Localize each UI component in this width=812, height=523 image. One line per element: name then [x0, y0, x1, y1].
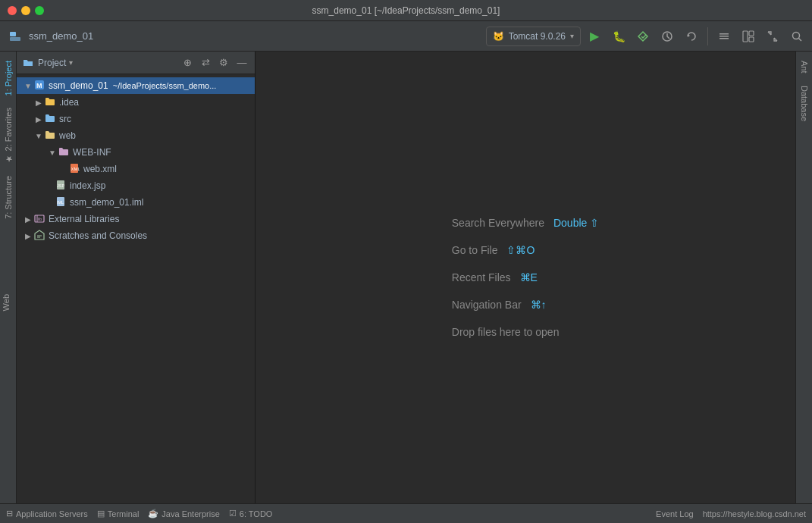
window-title: ssm_demo_01 [~/IdeaProjects/ssm_demo_01]: [312, 5, 500, 16]
debug-button[interactable]: 🐛: [608, 26, 629, 47]
app-servers-icon: ⊟: [6, 509, 13, 518]
bottom-url: https://hestyle.blog.csdn.net: [703, 509, 806, 518]
run-config-selector[interactable]: 🐱 Tomcat 9.0.26 ▾: [486, 27, 581, 46]
window-controls[interactable]: [8, 6, 44, 15]
run-config-label: Tomcat 9.0.26: [509, 31, 566, 42]
java-enterprise-icon: ☕: [148, 509, 158, 518]
svg-rect-0: [10, 32, 16, 36]
tree-item-web[interactable]: ▼ web: [17, 127, 255, 144]
maximize-button[interactable]: [35, 6, 44, 15]
hint-goto-shortcut: ⇧⌘O: [506, 244, 535, 256]
web-folder-icon: [44, 130, 56, 142]
project-folder-icon: [23, 58, 33, 68]
tree-item-root[interactable]: ▼ M ssm_demo_01 ~/IdeaProjects/ssm_demo.…: [17, 77, 255, 94]
main-layout: 1: Project ★ 2: Favorites 7: Structure W…: [0, 52, 812, 503]
scroll-to-icon[interactable]: ⇄: [199, 56, 212, 70]
webxml-label: web.xml: [83, 164, 117, 174]
bottom-app-servers[interactable]: ⊟ Application Servers: [6, 509, 88, 518]
tree-arrow-web: ▼: [33, 132, 44, 140]
coverage-button[interactable]: [632, 26, 654, 47]
more-button[interactable]: [713, 26, 735, 47]
svg-rect-5: [720, 36, 729, 37]
tree-item-indexjsp[interactable]: JSP index.jsp: [17, 177, 255, 194]
chevron-down-icon: ▾: [570, 32, 574, 40]
iml-icon: IML: [55, 196, 67, 209]
hint-nav-shortcut: ⌘↑: [531, 299, 547, 311]
web-label: web: [59, 130, 76, 141]
sidebar-item-favorites[interactable]: ★ 2: Favorites: [2, 102, 14, 170]
module-icon: M: [33, 80, 45, 92]
sidebar-item-structure[interactable]: 7: Structure: [2, 170, 14, 225]
bottom-terminal[interactable]: ▤ Terminal: [97, 509, 140, 518]
add-icon[interactable]: ⊕: [180, 56, 194, 70]
svg-line-11: [799, 38, 802, 41]
hint-goto-label: Go to File: [452, 244, 498, 256]
tree-arrow-webinf: ▼: [47, 149, 58, 157]
scratches-label: Scratches and Consoles: [49, 230, 147, 241]
svg-text:M: M: [36, 82, 42, 89]
iml-label: ssm_demo_01.iml: [70, 197, 143, 208]
run-button[interactable]: ▶: [584, 26, 605, 47]
tree-item-src[interactable]: ▶ src: [17, 111, 255, 127]
left-tab-strip: 1: Project ★ 2: Favorites 7: Structure W…: [0, 52, 17, 503]
file-tree: ▼ M ssm_demo_01 ~/IdeaProjects/ssm_demo.…: [17, 74, 255, 503]
todo-label: 6: TODO: [240, 509, 273, 518]
hint-drop-label: Drop files here to open: [452, 326, 560, 338]
bottom-todo[interactable]: ☑ 6: TODO: [229, 509, 273, 518]
event-log-label: Event Log: [656, 509, 694, 518]
layout-button[interactable]: [738, 26, 759, 47]
sync-button[interactable]: [681, 26, 702, 47]
svg-text:lib: lib: [38, 217, 42, 221]
tree-item-idea[interactable]: ▶ .idea: [17, 94, 255, 111]
svg-text:JSP: JSP: [57, 183, 64, 188]
tree-item-webxml[interactable]: XML web.xml: [17, 161, 255, 177]
close-panel-icon[interactable]: —: [235, 56, 249, 70]
hint-drop-files: Drop files here to open: [452, 326, 560, 338]
expand-button[interactable]: [762, 26, 783, 47]
sidebar-item-ant[interactable]: Ant: [798, 55, 810, 80]
svg-rect-1: [10, 37, 20, 41]
bottom-event-log[interactable]: Event Log: [656, 509, 694, 518]
project-panel-title: Project ▾: [38, 58, 73, 68]
extlibs-icon: lib: [33, 213, 45, 226]
hint-nav-label: Navigation Bar: [452, 299, 522, 311]
search-button[interactable]: [786, 26, 807, 47]
bottom-java-enterprise[interactable]: ☕ Java Enterprise: [148, 509, 219, 518]
tree-item-iml[interactable]: IML ssm_demo_01.iml: [17, 194, 255, 211]
indexjsp-label: index.jsp: [70, 180, 105, 191]
folder-icon: [44, 96, 56, 109]
project-dropdown-icon[interactable]: ▾: [69, 58, 73, 67]
root-label: ssm_demo_01: [49, 80, 108, 91]
terminal-label: Terminal: [108, 509, 140, 518]
tree-arrow-root: ▼: [23, 82, 33, 90]
minimize-button[interactable]: [21, 6, 30, 15]
svg-rect-6: [720, 38, 729, 39]
title-bar: ssm_demo_01 [~/IdeaProjects/ssm_demo_01]: [0, 0, 812, 21]
hint-recent-files: Recent Files ⌘E: [452, 271, 538, 283]
close-button[interactable]: [8, 6, 17, 15]
settings-icon[interactable]: ⚙: [217, 56, 230, 70]
src-label: src: [59, 114, 71, 124]
tree-item-scratches[interactable]: ▶ Scratches and Consoles: [17, 227, 255, 244]
editor-hints: Search Everywhere Double ⇧ Go to File ⇧⌘…: [452, 217, 599, 338]
sidebar-item-web[interactable]: Web: [0, 288, 12, 317]
sidebar-item-project[interactable]: 1: Project: [2, 55, 14, 102]
hint-navigation-bar: Navigation Bar ⌘↑: [452, 299, 547, 311]
toolbar-divider: [707, 27, 708, 45]
svg-rect-7: [743, 31, 748, 42]
sidebar-item-database[interactable]: Database: [798, 80, 810, 127]
tree-item-webinf[interactable]: ▼ WEB-INF: [17, 144, 255, 161]
svg-text:XML: XML: [71, 167, 80, 171]
profile-button[interactable]: [657, 26, 678, 47]
webinf-label: WEB-INF: [73, 147, 111, 158]
svg-point-10: [793, 32, 800, 39]
panel-header-icons: ⊕ ⇄ ⚙ —: [180, 56, 249, 70]
main-toolbar: ssm_demo_01 🐱 Tomcat 9.0.26 ▾ ▶ 🐛: [0, 21, 812, 52]
webinf-folder-icon: [58, 146, 70, 159]
idea-label: .idea: [59, 97, 79, 108]
java-enterprise-label: Java Enterprise: [161, 509, 219, 518]
svg-text:IML: IML: [57, 200, 64, 205]
tree-item-extlibs[interactable]: ▶ lib External Libraries: [17, 211, 255, 227]
project-name: ssm_demo_01: [29, 30, 93, 42]
project-panel-header: Project ▾ ⊕ ⇄ ⚙ —: [17, 52, 255, 74]
